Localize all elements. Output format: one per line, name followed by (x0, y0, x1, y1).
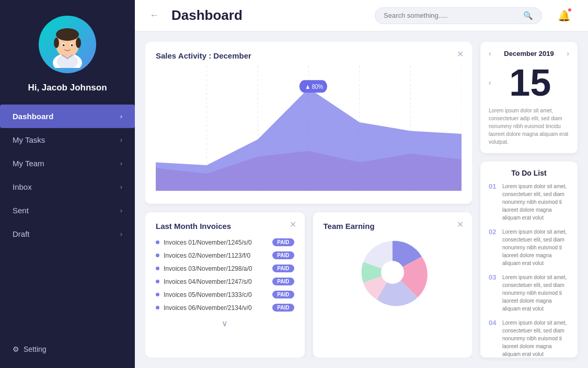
chevron-right-icon: › (120, 136, 122, 144)
notification-badge (567, 7, 572, 13)
team-earning-title: Team Earning (324, 222, 462, 231)
search-bar: 🔍 (375, 7, 542, 24)
greeting-text: Hi, Jacob Johnson (28, 83, 107, 93)
invoice-label: Invoices 02/November/1123/f/0 (164, 252, 268, 259)
svg-point-4 (56, 28, 79, 41)
invoice-row: Invoices 03/November/1298/a/0 PAID (156, 262, 294, 275)
invoices-card: Last Month Invoices ✕ Invoices 01/Novemb… (145, 212, 305, 358)
todo-card: To Do List 01 Lorem ipsum dolor sit amet… (480, 162, 578, 358)
todo-item: 02 Lorem ipsum dolor sit amet, consectet… (489, 228, 569, 267)
chevron-right-icon: › (120, 112, 122, 120)
team-earning-card: Team Earning ✕ (313, 212, 472, 358)
invoice-row: Invoices 02/November/1123/f/0 PAID (156, 249, 294, 262)
invoice-dot (156, 267, 159, 270)
invoice-label: Invoices 05/November/1333/c/0 (164, 291, 268, 298)
content-area: Sales Activity : December ✕ (135, 31, 588, 368)
calendar-description: Lorem ipsum dolor sit amet, consectetuer… (489, 107, 569, 146)
earning-card-close[interactable]: ✕ (457, 220, 464, 229)
todo-text: Lorem ipsum dolor sit amet, consectetuer… (502, 228, 569, 267)
todo-number: 03 (489, 273, 498, 281)
sidebar-item-sent[interactable]: Sent › (0, 199, 135, 222)
svg-marker-18 (156, 88, 462, 191)
paid-badge: PAID (272, 251, 294, 259)
invoice-dot (156, 280, 159, 283)
pie-chart-wrap (324, 236, 462, 309)
chevron-right-icon: › (120, 206, 122, 214)
svg-point-9 (63, 44, 65, 47)
page-title: Dashboard (171, 7, 366, 24)
calendar-day: 15 (491, 64, 569, 101)
invoice-label: Invoices 06/November/2134/v/0 (164, 304, 268, 312)
invoice-label: Invoices 01/November/1245/s/0 (164, 239, 268, 246)
invoice-dot (156, 240, 159, 244)
search-icon[interactable]: 🔍 (523, 11, 533, 20)
pie-chart-svg (356, 236, 429, 309)
invoice-dot (156, 306, 159, 309)
svg-text:▲ 80%: ▲ 80% (305, 83, 323, 90)
paid-badge: PAID (272, 304, 294, 312)
sales-chart-area: ▲ 80% (156, 65, 462, 191)
invoice-dot (156, 293, 159, 296)
sales-chart-svg: ▲ 80% (156, 65, 462, 191)
sales-activity-card: Sales Activity : December ✕ (145, 42, 472, 204)
todo-number: 02 (489, 228, 498, 236)
sidebar-item-my-team[interactable]: My Team › (0, 152, 135, 175)
todo-title: To Do List (489, 169, 569, 177)
svg-point-6 (76, 38, 81, 48)
todo-text: Lorem ipsum dolor sit amet, consectetuer… (502, 273, 569, 313)
bottom-row: Last Month Invoices ✕ Invoices 01/Novemb… (145, 212, 472, 358)
search-input[interactable] (384, 12, 523, 19)
paid-badge: PAID (272, 278, 294, 285)
todo-number: 01 (489, 182, 498, 190)
nav-list: Dashboard › My Tasks › My Team › Inbox ›… (0, 105, 135, 246)
setting-button[interactable]: ⚙ Setting (0, 340, 135, 359)
todo-text: Lorem ipsum dolor sit amet, consectetuer… (502, 319, 569, 358)
sidebar-item-my-tasks[interactable]: My Tasks › (0, 128, 135, 152)
invoice-row: Invoices 04/November/1247/s/0 PAID (156, 275, 294, 288)
invoice-row: Invoices 05/November/1333/c/0 PAID (156, 288, 294, 301)
todo-item: 04 Lorem ipsum dolor sit amet, consectet… (489, 319, 569, 358)
todo-number: 04 (489, 319, 498, 327)
chevron-right-icon: › (120, 230, 122, 238)
invoices-title: Last Month Invoices (156, 222, 294, 231)
sidebar: Hi, Jacob Johnson Dashboard › My Tasks ›… (0, 0, 135, 368)
invoice-list: Invoices 01/November/1245/s/0 PAID Invoi… (156, 236, 294, 314)
svg-point-5 (54, 38, 59, 48)
paid-badge: PAID (272, 238, 294, 246)
back-arrow-icon[interactable]: ← (149, 10, 159, 21)
notification-button[interactable]: 🔔 (555, 6, 573, 25)
sales-card-close[interactable]: ✕ (457, 49, 464, 59)
todo-text: Lorem ipsum dolor sit amet, consectetuer… (502, 182, 569, 222)
invoice-more-button[interactable]: ∨ (156, 318, 294, 328)
sidebar-item-inbox[interactable]: Inbox › (0, 175, 135, 199)
invoice-label: Invoices 03/November/1298/a/0 (164, 265, 268, 272)
todo-item: 03 Lorem ipsum dolor sit amet, consectet… (489, 273, 569, 313)
chevron-right-icon: › (120, 159, 122, 167)
invoice-row: Invoices 01/November/1245/s/0 PAID (156, 236, 294, 249)
gear-icon: ⚙ (13, 345, 19, 353)
invoice-dot (156, 254, 159, 257)
sales-chart-title: Sales Activity : December (156, 51, 462, 60)
paid-badge: PAID (272, 291, 294, 298)
calendar-prev-button[interactable]: ‹ (489, 49, 491, 58)
todo-item: 01 Lorem ipsum dolor sit amet, consectet… (489, 182, 569, 222)
svg-point-21 (381, 261, 404, 284)
invoices-card-close[interactable]: ✕ (290, 220, 296, 229)
chevron-right-icon: › (120, 183, 122, 191)
calendar-header: ‹ December 2019 › (489, 49, 569, 58)
calendar-card: ‹ December 2019 › ‹ 15 Lorem ipsum dolor… (480, 42, 578, 153)
invoice-label: Invoices 04/November/1247/s/0 (164, 278, 268, 285)
avatar (39, 16, 96, 73)
calendar-month-year: December 2019 (504, 50, 554, 58)
sidebar-item-dashboard[interactable]: Dashboard › (0, 105, 135, 128)
right-column: ‹ December 2019 › ‹ 15 Lorem ipsum dolor… (480, 42, 578, 358)
sidebar-item-draft[interactable]: Draft › (0, 222, 135, 246)
center-column: Sales Activity : December ✕ (145, 42, 472, 358)
svg-point-10 (71, 44, 73, 47)
header: ← Dashboard 🔍 🔔 (135, 0, 588, 31)
main-area: ← Dashboard 🔍 🔔 Sales Activity : Decembe… (135, 0, 588, 368)
calendar-next-button[interactable]: › (567, 49, 569, 58)
paid-badge: PAID (272, 264, 294, 272)
invoice-row: Invoices 06/November/2134/v/0 PAID (156, 301, 294, 314)
